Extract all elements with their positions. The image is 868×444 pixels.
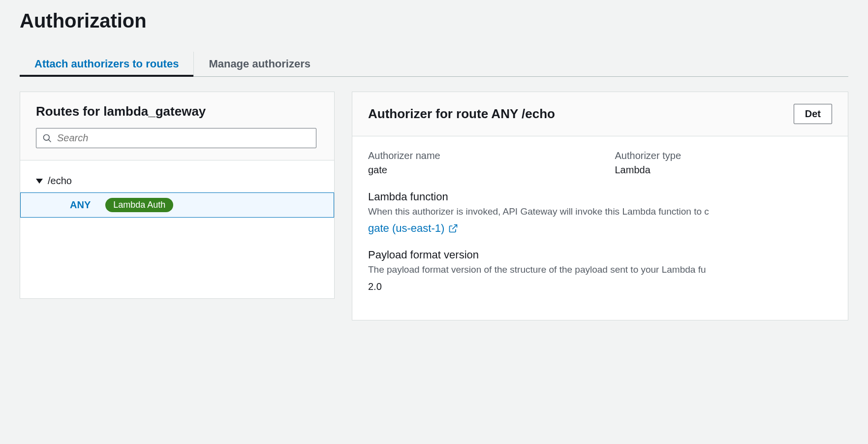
page-title: Authorization <box>20 10 848 32</box>
external-link-icon <box>448 223 458 233</box>
authorizer-type-value: Lambda <box>615 164 833 176</box>
search-input[interactable] <box>57 132 310 144</box>
routes-tree: /echo ANY Lambda Auth <box>20 160 334 298</box>
route-method-row[interactable]: ANY Lambda Auth <box>20 192 334 218</box>
route-path-label: /echo <box>48 175 72 187</box>
authorizer-name-value: gate <box>368 164 586 176</box>
svg-line-1 <box>49 139 51 142</box>
authorizer-badge: Lambda Auth <box>105 198 173 212</box>
details-button[interactable]: Det <box>794 104 832 124</box>
payload-format-description: The payload format version of the struct… <box>368 264 832 275</box>
routes-panel: Routes for lambda_gateway /echo <box>20 92 335 299</box>
authorizer-name-label: Authorizer name <box>368 150 586 161</box>
svg-point-0 <box>44 134 50 140</box>
routes-panel-title: Routes for lambda_gateway <box>36 104 318 119</box>
payload-format-value: 2.0 <box>368 281 832 292</box>
payload-format-label: Payload format version <box>368 249 832 261</box>
route-path-row[interactable]: /echo <box>20 170 334 191</box>
lambda-function-description: When this authorizer is invoked, API Gat… <box>368 206 832 217</box>
tab-manage-authorizers[interactable]: Manage authorizers <box>194 52 325 76</box>
details-panel-title: Authorizer for route ANY /echo <box>368 106 555 122</box>
lambda-function-link[interactable]: gate (us-east-1) <box>368 222 458 235</box>
lambda-function-link-text: gate (us-east-1) <box>368 222 444 235</box>
route-method-name[interactable]: ANY <box>70 199 91 211</box>
details-panel: Authorizer for route ANY /echo Det Autho… <box>352 92 848 320</box>
lambda-function-label: Lambda function <box>368 190 832 203</box>
search-icon <box>42 133 52 143</box>
caret-down-icon <box>36 179 43 184</box>
search-field[interactable] <box>36 128 316 148</box>
authorizer-type-label: Authorizer type <box>615 150 833 161</box>
tab-attach-authorizers[interactable]: Attach authorizers to routes <box>20 52 194 76</box>
tabs: Attach authorizers to routes Manage auth… <box>20 52 848 77</box>
